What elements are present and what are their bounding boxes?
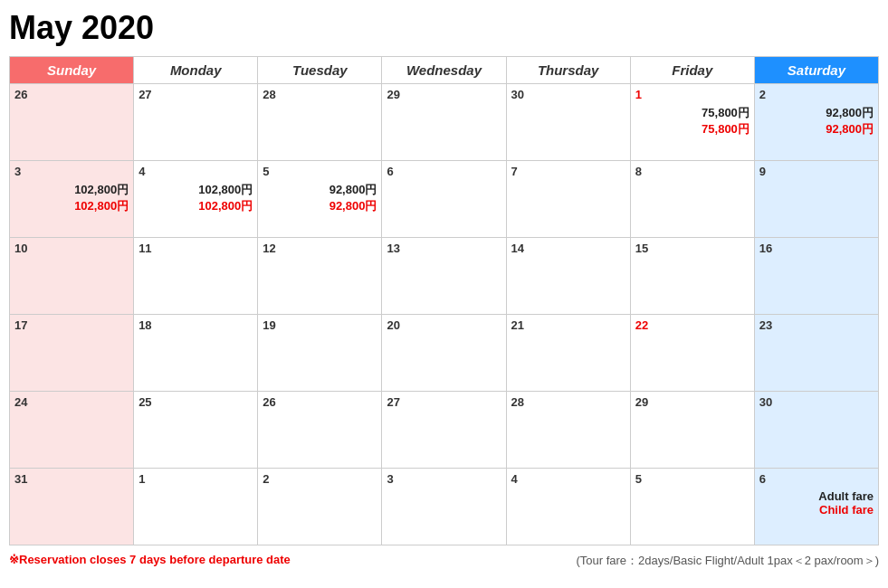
calendar-cell: 22: [630, 315, 754, 392]
calendar-cell: 4: [506, 469, 630, 545]
day-number: 11: [138, 242, 253, 255]
calendar-cell: 15: [630, 238, 754, 315]
day-number: 7: [511, 165, 625, 178]
day-number: 29: [635, 395, 750, 409]
calendar-cell: 6: [382, 161, 506, 238]
day-number: 28: [511, 395, 625, 409]
calendar-cell: 26: [258, 392, 382, 469]
calendar-cell: 6Adult fareChild fare: [754, 469, 878, 545]
day-number: 1: [635, 88, 750, 101]
price-child: 75,800円: [635, 121, 750, 138]
header-saturday: Saturday: [754, 57, 878, 84]
price-child: 102,800円: [138, 198, 253, 214]
calendar-cell: 13: [382, 238, 506, 315]
calendar-cell: 11: [134, 238, 258, 315]
day-number: 2: [263, 472, 377, 486]
day-number: 6: [759, 472, 874, 486]
price-adult: 92,800円: [263, 182, 377, 198]
week-row-4: 24252627282930: [10, 392, 879, 469]
day-number: 3: [387, 472, 501, 486]
day-number: 4: [511, 472, 625, 486]
week-row-5: 31123456Adult fareChild fare: [10, 469, 879, 545]
day-number: 2: [759, 88, 874, 101]
legend-adult-label: Adult fare: [759, 489, 874, 503]
calendar-cell: 23: [754, 315, 878, 392]
week-row-3: 17181920212223: [10, 315, 879, 392]
header-thursday: Thursday: [506, 57, 630, 84]
day-number: 16: [759, 242, 874, 255]
calendar-cell: 14: [506, 238, 630, 315]
price-child: 102,800円: [14, 198, 129, 214]
calendar-cell: 18: [134, 315, 258, 392]
calendar-cell: 30: [506, 84, 630, 161]
calendar-cell: 7: [506, 161, 630, 238]
header-wednesday: Wednesday: [382, 57, 506, 84]
day-number: 31: [14, 472, 129, 486]
calendar-cell: 1: [134, 469, 258, 545]
calendar-cell: 16: [754, 238, 878, 315]
day-number: 29: [387, 88, 501, 101]
price-child: 92,800円: [759, 121, 874, 138]
day-number: 23: [759, 318, 874, 332]
footer-tour-info: (Tour fare：2days/Basic Flight/Adult 1pax…: [576, 553, 879, 569]
header-tuesday: Tuesday: [258, 57, 382, 84]
price-adult: 102,800円: [14, 182, 129, 198]
calendar-cell: 9: [754, 161, 878, 238]
calendar-cell: 25: [134, 392, 258, 469]
calendar-cell: 30: [754, 392, 878, 469]
day-number: 27: [387, 395, 501, 409]
day-number: 21: [511, 318, 625, 332]
calendar-cell: 27: [382, 392, 506, 469]
calendar-table: SundayMondayTuesdayWednesdayThursdayFrid…: [9, 56, 879, 545]
day-number: 5: [635, 472, 750, 486]
calendar-cell: 20: [382, 315, 506, 392]
page-title: May 2020: [9, 9, 879, 47]
day-number: 19: [263, 318, 377, 332]
day-number: 8: [635, 165, 750, 178]
footer: ※Reservation closes 7 days before depart…: [9, 553, 879, 569]
day-number: 25: [138, 395, 253, 409]
calendar-cell: 19: [258, 315, 382, 392]
calendar-cell: 592,800円92,800円: [258, 161, 382, 238]
day-number: 26: [263, 395, 377, 409]
week-row-1: 3102,800円102,800円4102,800円102,800円592,80…: [10, 161, 879, 238]
calendar-cell: 31: [10, 469, 134, 545]
calendar-cell: 29: [630, 392, 754, 469]
day-number: 24: [14, 395, 129, 409]
day-number: 26: [14, 88, 129, 101]
day-number: 18: [138, 318, 253, 332]
calendar-cell: 292,800円92,800円: [754, 84, 878, 161]
calendar-cell: 12: [258, 238, 382, 315]
calendar-cell: 4102,800円102,800円: [134, 161, 258, 238]
day-number: 27: [138, 88, 253, 101]
day-number: 13: [387, 242, 501, 255]
day-number: 12: [263, 242, 377, 255]
day-number: 1: [138, 472, 253, 486]
day-number: 4: [138, 165, 253, 178]
header-monday: Monday: [134, 57, 258, 84]
day-number: 30: [511, 88, 625, 101]
calendar-cell: 10: [10, 238, 134, 315]
day-number: 14: [511, 242, 625, 255]
calendar-cell: 17: [10, 315, 134, 392]
calendar-cell: 3: [382, 469, 506, 545]
price-child: 92,800円: [263, 198, 377, 214]
calendar-cell: 3102,800円102,800円: [10, 161, 134, 238]
day-number: 6: [387, 165, 501, 178]
calendar-cell: 175,800円75,800円: [630, 84, 754, 161]
day-number: 28: [263, 88, 377, 101]
day-number: 3: [14, 165, 129, 178]
week-row-2: 10111213141516: [10, 238, 879, 315]
price-adult: 75,800円: [635, 105, 750, 121]
day-number: 20: [387, 318, 501, 332]
day-number: 30: [759, 395, 874, 409]
calendar-cell: 8: [630, 161, 754, 238]
week-row-0: 2627282930175,800円75,800円292,800円92,800円: [10, 84, 879, 161]
price-adult: 102,800円: [138, 182, 253, 198]
calendar-cell: 2: [258, 469, 382, 545]
calendar-cell: 24: [10, 392, 134, 469]
footer-reservation-notice: ※Reservation closes 7 days before depart…: [9, 553, 291, 569]
day-number: 22: [635, 318, 750, 332]
day-number: 15: [635, 242, 750, 255]
header-sunday: Sunday: [10, 57, 134, 84]
